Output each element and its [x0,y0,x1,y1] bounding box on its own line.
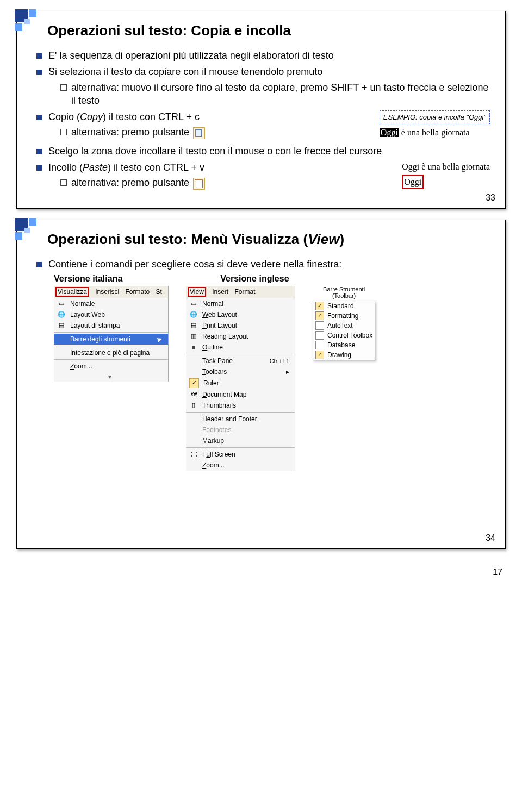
slide-1-number: 33 [486,193,495,203]
it-item-normale[interactable]: ▭Normale [54,298,168,309]
checkbox-off-icon [315,331,324,340]
bullet-paste-alt: alternativa: premo pulsante [60,176,393,189]
master-page-number: 17 [493,567,502,577]
bullet-copy-it: Copy [80,111,103,122]
print-layout-icon: ▤ [189,321,198,330]
checkbox-off-icon [315,321,324,330]
en-item-markup[interactable]: Markup [186,435,295,446]
web-layout-icon: 🌐 [189,310,198,319]
normal-view-icon: ▭ [189,299,198,308]
it-menubar-inserisci[interactable]: Inserisci [95,288,119,296]
example-result: Oggi è una bella giornata Oggi [402,161,490,189]
bullet-select-text: Si seleziona il testo da copiare con il … [48,66,322,77]
reading-layout-icon: ▥ [189,332,198,341]
flyout-item-standard[interactable]: Standard [313,301,375,311]
flyout-item-control-toolbox[interactable]: Control Toolbox [313,330,375,340]
it-menubar-formato[interactable]: Formato [126,288,150,296]
bullet-copy-post: ) il testo con CTRL + c [103,111,200,122]
bullet-copy-pre: Copio ( [48,111,80,122]
checkbox-on-icon [315,302,324,310]
en-menubar-view[interactable]: View [188,287,206,297]
slide-2: Operazioni sul testo: Menù Visualizza (V… [16,220,506,549]
slide-2-body: Contiene i comandi per scegliere cosa si… [36,258,490,271]
corner-decoration-icon [15,218,44,247]
en-menubar-format[interactable]: Format [235,288,256,296]
bullet-choose-zone: Scelgo la zona dove incollare il testo c… [36,145,490,158]
en-item-web-layout[interactable]: 🌐Web Layout [186,309,295,320]
en-item-zoom[interactable]: Zoom... [186,460,295,471]
bullet-paste-it: Paste [83,162,108,173]
bullet-select: Si seleziona il testo da copiare con il … [36,65,490,107]
flyout-title: Barre Strumenti (Toolbar) [313,286,375,299]
slide-1-title: Operazioni sul testo: Copia e incolla [47,22,490,39]
bullet-seq: E' la sequenza di operazioni più utilizz… [36,49,490,62]
thumbnails-icon: ▯ [189,401,198,410]
result-line-2-highlight: Oggi [402,175,424,189]
menus-row: Visualizza Inserisci Formato St ▭Normale… [54,286,490,471]
it-item-layout-stampa[interactable]: ▤Layout di stampa [54,320,168,331]
print-layout-icon: ▤ [57,321,66,330]
bullet-paste-pre: Incollo ( [48,162,83,173]
it-item-barre-strumenti[interactable]: Barre degli strumenti ➤ [54,334,168,345]
flyout-item-formatting[interactable]: Formatting [313,311,375,321]
copy-icon [193,127,205,139]
column-labels: Versione italiana Versione inglese [54,274,490,284]
check-icon: ✓ [189,378,199,388]
outline-icon: ≡ [189,343,198,352]
en-item-toolbars[interactable]: Toolbars▸ [186,366,295,377]
it-menubar: Visualizza Inserisci Formato St [54,286,168,298]
en-item-normal[interactable]: ▭Normal [186,298,295,309]
fullscreen-icon: ⛶ [189,450,198,459]
example-block: ESEMPIO: copia e incolla "Oggi" Oggi è u… [380,110,490,138]
toolbar-flyout: Standard Formatting AutoText Control Too… [313,301,375,360]
corner-decoration-icon [15,9,44,39]
example-selected-word: Oggi [380,128,399,137]
en-item-footnotes[interactable]: Footnotes [186,424,295,435]
bullet-copy-row: Copio (Copy) il testo con CTRL + c alter… [36,110,490,141]
en-item-full-screen[interactable]: ⛶Full Screen [186,449,295,460]
cursor-arrow-icon: ➤ [155,334,164,344]
col-label-en: Versione inglese [220,274,289,284]
result-line-1: Oggi è una bella giornata [402,161,490,173]
flyout-item-autotext[interactable]: AutoText [313,321,375,330]
blank-icon [57,335,66,343]
en-item-thumbnails[interactable]: ▯Thumbnails [186,400,295,411]
flyout-item-database[interactable]: Database [313,340,375,350]
checkbox-off-icon [315,341,324,349]
it-item-zoom[interactable]: Zoom... [54,361,168,372]
en-item-document-map[interactable]: 🗺Document Map [186,389,295,400]
italian-view-menu: Visualizza Inserisci Formato St ▭Normale… [54,286,169,382]
it-item-intestazione[interactable]: Intestazione e piè di pagina [54,347,168,358]
english-view-menu: View Insert Format ▭Normal 🌐Web Layout ▤… [186,286,295,471]
it-item-layout-web[interactable]: 🌐Layout Web [54,309,168,320]
en-item-outline[interactable]: ≡Outline [186,342,295,353]
web-layout-icon: 🌐 [57,310,66,319]
toolbar-flyout-block: Barre Strumenti (Toolbar) Standard Forma… [313,286,375,360]
slide-2-title: Operazioni sul testo: Menù Visualizza (V… [47,231,490,248]
bullet-paste-row: Incollo (Paste) il testo con CTRL + v al… [36,161,490,192]
it-item-expand[interactable]: ▾ [54,372,168,382]
normal-view-icon: ▭ [57,299,66,308]
slide-1-body: E' la sequenza di operazioni più utilizz… [36,49,490,192]
en-menubar-insert[interactable]: Insert [212,288,228,296]
col-label-it: Versione italiana [54,274,122,284]
slide-1: Operazioni sul testo: Copia e incolla E'… [16,11,506,209]
en-menubar: View Insert Format [186,286,295,298]
en-item-task-pane[interactable]: Task PaneCtrl+F1 [186,355,295,366]
checkbox-on-icon [315,351,324,359]
checkbox-on-icon [315,311,324,320]
paste-icon [193,178,205,190]
example-source-line: Oggi è una bella giornata [380,127,470,139]
slide-2-number: 34 [486,533,495,543]
bullet-contains: Contiene i comandi per scegliere cosa si… [36,258,490,271]
en-item-header-footer[interactable]: Header and Footer [186,414,295,424]
bullet-select-alt: alternativa: muovo il cursore fino al te… [60,81,490,108]
it-menubar-visualizza[interactable]: Visualizza [55,287,89,297]
bullet-paste-post: ) il testo con CTRL + v [108,162,204,173]
flyout-item-drawing[interactable]: Drawing [313,350,375,360]
example-caption: ESEMPIO: copia e incolla "Oggi" [380,110,490,124]
en-item-reading-layout[interactable]: ▥Reading Layout [186,331,295,342]
en-item-ruler[interactable]: ✓Ruler [186,377,295,389]
en-item-print-layout[interactable]: ▤Print Layout [186,320,295,331]
docmap-icon: 🗺 [189,390,198,399]
